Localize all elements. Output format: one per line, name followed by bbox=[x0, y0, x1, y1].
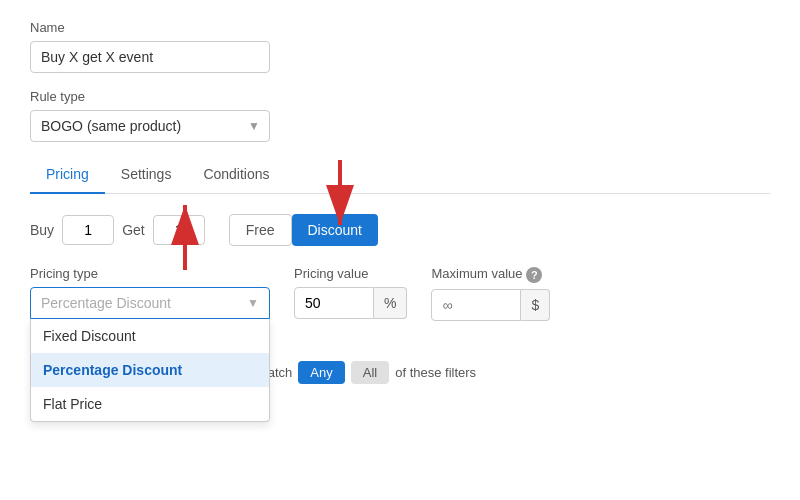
max-value-label: Maximum value? bbox=[431, 266, 550, 283]
pricing-value-label: Pricing value bbox=[294, 266, 407, 281]
buy-label: Buy bbox=[30, 222, 54, 238]
tab-conditions[interactable]: Conditions bbox=[187, 158, 285, 194]
pricing-value-group: % bbox=[294, 287, 407, 319]
free-button[interactable]: Free bbox=[229, 214, 292, 246]
all-button[interactable]: All bbox=[351, 361, 389, 384]
get-input[interactable] bbox=[153, 215, 205, 245]
pricing-row: Pricing type Percentage Discount ▼ Fixed… bbox=[30, 266, 770, 321]
dropdown-item-flat[interactable]: Flat Price bbox=[31, 387, 269, 421]
max-value-group: $ bbox=[431, 289, 550, 321]
help-icon: ? bbox=[526, 267, 542, 283]
dropdown-item-fixed[interactable]: Fixed Discount bbox=[31, 319, 269, 353]
max-value-col: Maximum value? $ bbox=[431, 266, 550, 321]
buy-input[interactable] bbox=[62, 215, 114, 245]
pricing-type-dropdown[interactable]: Percentage Discount ▼ Fixed Discount Per… bbox=[30, 287, 270, 319]
rule-type-label: Rule type bbox=[30, 89, 770, 104]
get-label: Get bbox=[122, 222, 145, 238]
tab-settings[interactable]: Settings bbox=[105, 158, 188, 194]
pricing-type-placeholder: Percentage Discount bbox=[41, 295, 171, 311]
rule-type-select-wrapper: BOGO (same product) ▼ bbox=[30, 110, 270, 142]
pricing-value-col: Pricing value % bbox=[294, 266, 407, 319]
pricing-value-suffix: % bbox=[374, 287, 407, 319]
buy-get-row: Buy Get Free Discount bbox=[30, 214, 770, 246]
pricing-type-trigger[interactable]: Percentage Discount ▼ bbox=[30, 287, 270, 319]
max-value-suffix: $ bbox=[521, 289, 550, 321]
footer-text-after: of these filters bbox=[395, 365, 476, 380]
pricing-tabs: Pricing Settings Conditions bbox=[30, 158, 770, 194]
tab-pricing[interactable]: Pricing bbox=[30, 158, 105, 194]
name-input[interactable] bbox=[30, 41, 270, 73]
dropdown-item-percentage[interactable]: Percentage Discount bbox=[31, 353, 269, 387]
max-value-input[interactable] bbox=[431, 289, 521, 321]
chevron-down-icon: ▼ bbox=[247, 296, 259, 310]
pricing-type-label: Pricing type bbox=[30, 266, 270, 281]
discount-button[interactable]: Discount bbox=[292, 214, 378, 246]
pricing-value-input[interactable] bbox=[294, 287, 374, 319]
pricing-type-col: Pricing type Percentage Discount ▼ Fixed… bbox=[30, 266, 270, 319]
pricing-type-menu: Fixed Discount Percentage Discount Flat … bbox=[30, 319, 270, 422]
name-label: Name bbox=[30, 20, 770, 35]
rule-type-select[interactable]: BOGO (same product) bbox=[30, 110, 270, 142]
any-button[interactable]: Any bbox=[298, 361, 344, 384]
